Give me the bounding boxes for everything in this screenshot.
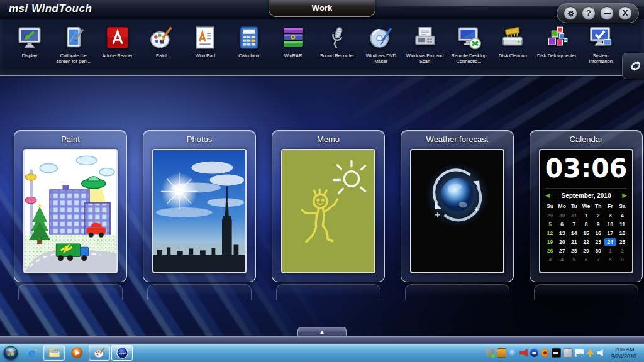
calendar-day[interactable]: 7	[592, 256, 604, 264]
tray-print-queue-icon[interactable]	[564, 348, 573, 358]
start-button[interactable]	[1, 344, 20, 361]
calendar-day[interactable]: 5	[568, 256, 580, 264]
card-memo[interactable]: Memo	[272, 130, 385, 282]
calendar-day[interactable]: 29	[544, 212, 556, 220]
clock-time: 3:06 AM	[611, 346, 636, 353]
calendar-day[interactable]: 4	[616, 212, 628, 220]
prev-month-button[interactable]: ◀	[545, 192, 550, 199]
taskbar-windows-explorer[interactable]	[43, 345, 65, 361]
calendar-day[interactable]: 13	[556, 229, 568, 238]
tray-volume-icon[interactable]	[597, 349, 605, 357]
app-system-information[interactable]: System Information	[579, 24, 623, 64]
defragmenter-blocks-icon	[543, 24, 570, 52]
minimize-button[interactable]	[600, 6, 614, 20]
internet-explorer-icon	[25, 346, 38, 359]
fax-machine-icon	[411, 24, 439, 52]
calendar-day[interactable]: 23	[592, 238, 604, 246]
app-sound-recorder[interactable]: Sound Recorder	[315, 24, 359, 64]
calendar-day[interactable]: 9	[616, 256, 628, 264]
app-winrar[interactable]: WinRAR	[271, 24, 315, 64]
calendar-day[interactable]: 10	[604, 221, 616, 229]
tray-input-language-icon[interactable]	[552, 348, 561, 358]
app-calibrate-screen[interactable]: Calibrate the screen for pen...	[52, 24, 96, 64]
taskbar-clock[interactable]: 3:06 AM 9/24/2010	[608, 346, 641, 359]
taskbar-paint[interactable]	[89, 345, 110, 361]
tray-network-icon[interactable]	[486, 349, 494, 357]
tray-msi-utility-icon[interactable]	[530, 349, 538, 357]
tray-display-utility-icon[interactable]	[497, 348, 506, 358]
calendar-day[interactable]: 11	[616, 221, 628, 229]
calendar-day[interactable]: 8	[604, 256, 616, 264]
next-month-button[interactable]: ▶	[622, 192, 627, 199]
app-disk-defragmenter[interactable]: Disk Defragmenter	[535, 24, 579, 64]
app-disk-cleanup[interactable]: Disk Cleanup	[491, 24, 535, 64]
calendar-day[interactable]: 30	[592, 247, 604, 255]
app-wordpad-label: WordPad	[196, 53, 215, 59]
taskbar-internet-explorer[interactable]	[21, 345, 42, 361]
calendar-day[interactable]: 5	[544, 221, 556, 229]
close-icon: X	[623, 7, 628, 19]
calendar-day[interactable]: 17	[604, 229, 616, 238]
calendar-day[interactable]: 20	[556, 238, 568, 246]
calendar-day[interactable]: 2	[592, 212, 604, 220]
dvd-disc-icon	[367, 24, 395, 52]
app-paint[interactable]: Paint	[140, 24, 184, 64]
calendar-day[interactable]: 6	[580, 256, 592, 264]
app-dvd-maker[interactable]: Windows DVD Maker	[359, 24, 403, 64]
winrar-books-icon	[279, 24, 307, 52]
tab-work[interactable]: Work	[269, 0, 375, 17]
calendar-day[interactable]: 25	[616, 238, 628, 246]
app-remote-desktop[interactable]: Remote Desktop Connectio...	[447, 24, 491, 64]
calendar-day[interactable]: 24	[604, 238, 616, 246]
calendar-day[interactable]: 26	[544, 247, 556, 255]
tray-pointer-utility-icon[interactable]	[586, 349, 594, 357]
calendar-day[interactable]: 8	[580, 221, 592, 229]
tray-audio-utility-icon[interactable]	[519, 349, 528, 357]
app-toolbar: Display Calibrate the screen for pen...	[0, 19, 644, 76]
calendar-day[interactable]: 30	[556, 212, 568, 220]
calendar-day[interactable]: 7	[568, 221, 580, 229]
card-photos[interactable]: Photos	[143, 130, 256, 282]
calendar-day[interactable]: 29	[580, 247, 592, 255]
calendar-day[interactable]: 21	[568, 238, 580, 246]
taskbar-msi-windtouch[interactable]: msi	[111, 345, 133, 361]
calendar-day[interactable]: 19	[544, 238, 556, 246]
calendar-day[interactable]: 4	[556, 256, 568, 264]
calendar-day[interactable]: 31	[568, 212, 580, 220]
help-button[interactable]: ?	[582, 6, 596, 20]
remote-desktop-icon	[455, 24, 483, 52]
calendar-day[interactable]: 6	[556, 221, 568, 229]
app-system-information-label: System Information	[580, 53, 621, 64]
calendar-day[interactable]: 14	[568, 229, 580, 238]
calendar-day[interactable]: 12	[544, 229, 556, 238]
calendar-day[interactable]: 27	[556, 247, 568, 255]
sync-button[interactable]	[622, 53, 644, 79]
calendar-day[interactable]: 3	[544, 256, 556, 264]
calendar-day[interactable]: 16	[592, 229, 604, 238]
calendar-day[interactable]: 15	[580, 229, 592, 238]
calendar-day[interactable]: 28	[568, 247, 580, 255]
calendar-day[interactable]: 1	[580, 212, 592, 220]
app-wordpad[interactable]: WordPad	[183, 24, 227, 64]
app-adobe-reader[interactable]: Adobe Reader	[96, 24, 140, 64]
close-button[interactable]: X	[618, 6, 632, 20]
calendar-day[interactable]: 1	[604, 247, 616, 255]
calendar-day[interactable]: 9	[592, 221, 604, 229]
app-display[interactable]: Display	[8, 24, 52, 64]
minimize-icon	[604, 13, 611, 14]
msi-icon-label: msi	[119, 351, 126, 355]
calendar-day[interactable]: 2	[616, 247, 628, 255]
taskbar-media-player[interactable]	[66, 345, 87, 361]
card-calendar[interactable]: Calendar 03:06 ◀ September, 2010 ▶ SuMoT…	[530, 130, 643, 282]
app-calculator[interactable]: Calculator	[227, 24, 271, 64]
card-weather[interactable]: Weather forecast	[401, 130, 514, 282]
app-fax-scan[interactable]: Windows Fax and Scan	[403, 24, 447, 64]
tray-security-icon[interactable]	[541, 349, 549, 357]
calendar-day[interactable]: 22	[580, 238, 592, 246]
tray-action-center-flag-icon[interactable]	[575, 349, 584, 357]
tray-bluetooth-icon[interactable]	[509, 349, 517, 357]
card-paint[interactable]: Paint	[14, 130, 127, 282]
calendar-day[interactable]: 18	[616, 229, 628, 238]
calendar-day[interactable]: 3	[604, 212, 616, 220]
settings-button[interactable]	[564, 6, 577, 20]
